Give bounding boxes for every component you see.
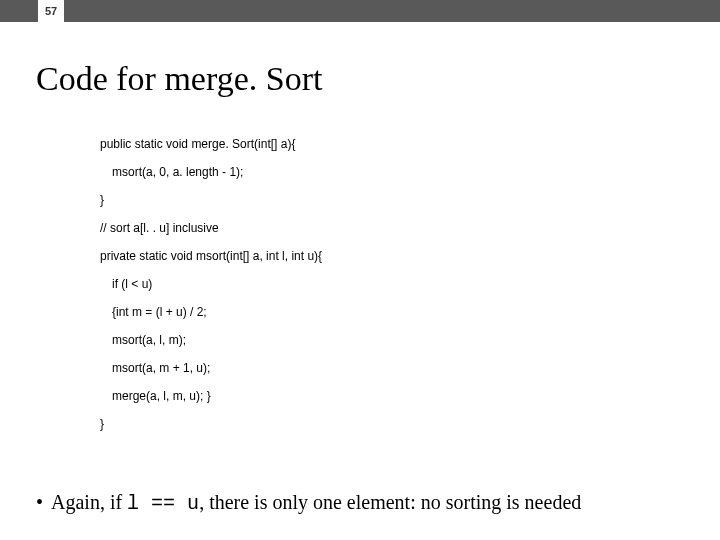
slide-body: Code for merge. Sort public static void … <box>0 22 720 540</box>
code-line: private static void msort(int[] a, int l… <box>100 250 322 262</box>
code-line: {int m = (l + u) / 2; <box>100 306 322 318</box>
code-line: msort(a, l, m); <box>100 334 322 346</box>
code-line: } <box>100 418 322 430</box>
code-line: if (l < u) <box>100 278 322 290</box>
bullet-prefix: Again, if <box>51 491 127 513</box>
bullet-dot-icon: • <box>36 491 43 514</box>
code-line: merge(a, l, m, u); } <box>100 390 322 402</box>
header-bar: 57 <box>0 0 720 22</box>
code-line: msort(a, 0, a. length - 1); <box>100 166 322 178</box>
bullet-item: • Again, if l == u, there is only one el… <box>36 491 581 515</box>
code-block: public static void merge. Sort(int[] a){… <box>100 138 322 446</box>
bullet-condition: l == u <box>127 492 199 515</box>
bullet-text: Again, if l == u, there is only one elem… <box>51 491 581 515</box>
code-line: public static void merge. Sort(int[] a){ <box>100 138 322 150</box>
code-line: } <box>100 194 322 206</box>
code-line: // sort a[l. . u] inclusive <box>100 222 322 234</box>
code-line: msort(a, m + 1, u); <box>100 362 322 374</box>
page-number: 57 <box>38 0 64 22</box>
bullet-suffix: , there is only one element: no sorting … <box>199 491 581 513</box>
slide-title: Code for merge. Sort <box>36 60 322 98</box>
